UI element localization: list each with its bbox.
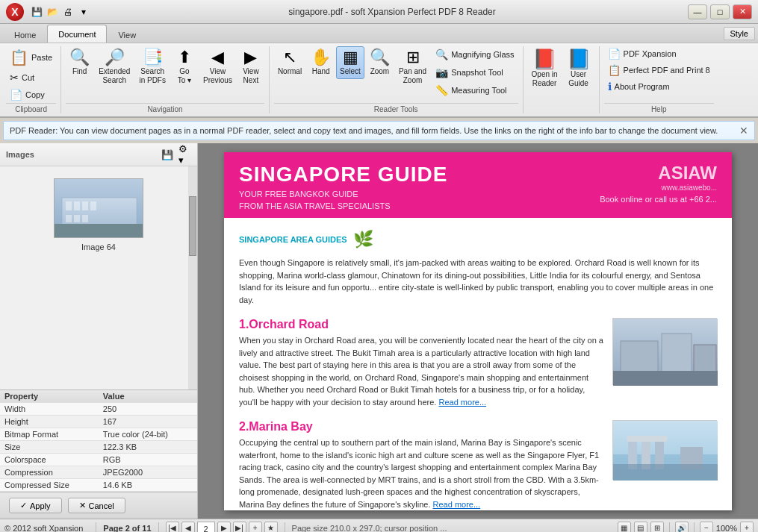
window-controls: — □ ✕ (688, 4, 752, 19)
go-to-label: GoTo ▾ (178, 67, 191, 85)
qat-dropdown[interactable]: ▾ (77, 5, 90, 19)
search-in-pdfs-button[interactable]: 📑 Searchin PDFs (135, 46, 170, 88)
magnifying-glass-label: Magnifying Glass (451, 50, 514, 59)
panel-scroll[interactable]: Image 64 (0, 166, 197, 389)
last-page-button[interactable]: ▶| (233, 522, 246, 533)
open-button[interactable]: 📂 (46, 5, 59, 19)
measuring-tool-icon: 📏 (435, 84, 448, 96)
close-button[interactable]: ✕ (733, 4, 752, 19)
quick-access-toolbar: 💾 📂 🖨 ▾ (30, 5, 90, 19)
pdf-subtitle2: FROM THE ASIA TRAVEL SPECIALISTS (239, 201, 447, 210)
view-mode-3-button[interactable]: ⊞ (650, 522, 664, 533)
select-label: Select (340, 67, 361, 76)
apply-button[interactable]: ✓ Apply (9, 498, 62, 513)
tab-view[interactable]: View (107, 26, 147, 43)
goto-bookmark-button[interactable]: ★ (264, 522, 278, 533)
style-button[interactable]: Style (724, 27, 755, 40)
pan-zoom-button[interactable]: ⊞ Pan andZoom (395, 46, 430, 88)
pdf-area[interactable]: SINGAPORE GUIDE YOUR FREE BANGKOK GUIDE … (198, 143, 758, 519)
tab-document[interactable]: Document (47, 25, 107, 43)
pdf-logo-url: www.asiawebo... (600, 184, 717, 192)
maximize-button[interactable]: □ (710, 4, 730, 19)
next-page-button[interactable]: ▶ (217, 522, 231, 533)
speaker-button[interactable]: 🔊 (675, 522, 689, 533)
open-in-reader-label: Open inReader (532, 70, 558, 88)
pdf-section-icon: 🌿 (353, 230, 373, 249)
main-area: Images 💾 ⚙ ▾ (0, 143, 758, 519)
view-mode-1-button[interactable]: ▦ (618, 522, 631, 533)
svg-rect-5 (90, 201, 96, 210)
user-guide-button[interactable]: 📘 UserGuide (563, 46, 594, 91)
panel-settings-button[interactable]: ⚙ ▾ (178, 146, 194, 163)
cancel-label: Cancel (89, 501, 114, 510)
normal-icon: ↖ (283, 49, 296, 66)
cancel-button[interactable]: ✕ Cancel (68, 498, 125, 513)
pdf-location-2-desc: Occupying the central up to southern par… (239, 436, 603, 510)
pdf-location-1-number: 1.Orchard Road (239, 318, 603, 331)
zoom-out-button[interactable]: − (700, 522, 713, 533)
ribbon-tabs: Home Document View Style (0, 24, 758, 43)
view-next-label: ViewNext (243, 67, 259, 85)
go-to-button[interactable]: ⬆ GoTo ▾ (171, 46, 198, 88)
prev-page-button[interactable]: ◀ (181, 522, 195, 533)
pdf-xpansion-button[interactable]: 📄 PDF Xpansion (604, 46, 714, 61)
copy-button[interactable]: 📄 Copy (6, 87, 49, 103)
cut-button[interactable]: ✂ Cut (6, 69, 38, 86)
extended-search-button[interactable]: 🔎 ExtendedSearch (95, 46, 134, 88)
status-sep3 (285, 522, 285, 533)
prop-row-value: 167 (99, 416, 197, 428)
image-thumbnail (54, 178, 143, 238)
save-button[interactable]: 💾 (30, 5, 43, 19)
tab-home[interactable]: Home (3, 26, 47, 43)
titlebar: X 💾 📂 🖨 ▾ singapore.pdf - soft Xpansion … (0, 0, 758, 24)
svg-rect-2 (66, 201, 72, 210)
magnifying-glass-button[interactable]: 🔍 Magnifying Glass (432, 46, 518, 63)
measuring-tool-button[interactable]: 📏 Measuring Tool (432, 82, 518, 98)
select-icon: ▦ (343, 49, 358, 66)
perfect-pdf-button[interactable]: 📋 Perfect PDF and Print 8 (604, 63, 714, 78)
snapshot-tool-button[interactable]: 📷 Snapshot Tool (432, 64, 518, 81)
image-area: Image 64 (0, 166, 197, 263)
view-previous-button[interactable]: ◀ ViewPrevious (199, 46, 236, 88)
hand-label: Hand (312, 67, 330, 76)
info-bar-close-button[interactable]: ✕ (739, 125, 748, 137)
panel-scrollbar[interactable] (188, 166, 197, 389)
panel-save-button[interactable]: 💾 (159, 146, 175, 163)
prop-row-property: Bitmap Format (0, 428, 99, 441)
prop-row-value: RGB (99, 454, 197, 466)
pan-zoom-icon: ⊞ (406, 49, 420, 66)
table-row: ColorspaceRGB (0, 454, 197, 466)
normal-button[interactable]: ↖ Normal (274, 46, 305, 79)
info-bar-text: PDF Reader: You can view document pages … (10, 126, 718, 135)
hand-icon: ✋ (311, 49, 331, 66)
add-bookmark-button[interactable]: + (249, 522, 262, 533)
zoom-button[interactable]: 🔍 Zoom (366, 46, 394, 79)
hand-button[interactable]: ✋ Hand (307, 46, 335, 79)
pdf-location-2-read-more[interactable]: Read more... (433, 500, 481, 509)
prop-row-value: 122.3 KB (99, 441, 197, 454)
view-mode-2-button[interactable]: ▤ (634, 522, 647, 533)
navigation-group: 🔍 Find 🔎 ExtendedSearch 📑 Searchin PDFs … (61, 46, 270, 113)
pdf-main-title: SINGAPORE GUIDE (239, 163, 447, 187)
about-button[interactable]: ℹ About Program (604, 79, 714, 94)
pdf-location-1-read-more[interactable]: Read more... (439, 398, 487, 407)
first-page-button[interactable]: |◀ (166, 522, 179, 533)
pdf-location-1-image (612, 318, 717, 385)
paste-button[interactable]: 📋 Paste (6, 46, 56, 69)
find-button[interactable]: 🔍 Find (66, 46, 93, 79)
view-next-button[interactable]: ▶ ViewNext (237, 46, 264, 88)
clipboard-label: Clipboard (6, 103, 56, 113)
scrollbar-thumb[interactable] (189, 196, 196, 256)
zoom-in-button[interactable]: + (740, 522, 754, 533)
open-in-reader-icon: 📕 (532, 49, 556, 69)
status-bar: © 2012 soft Xpansion Page 2 of 11 |◀ ◀ 2… (0, 519, 758, 532)
print-button[interactable]: 🖨 (61, 5, 75, 19)
open-in-reader-button[interactable]: 📕 Open inReader (528, 46, 562, 91)
select-button[interactable]: ▦ Select (336, 46, 364, 79)
minimize-button[interactable]: — (688, 4, 707, 19)
page-number-input[interactable]: 2 (197, 522, 215, 533)
perfect-pdf-icon: 📋 (608, 64, 621, 76)
table-row: Width250 (0, 403, 197, 416)
prop-row-property: Compressed Size (0, 479, 99, 492)
zoom-icon: 🔍 (370, 49, 390, 66)
